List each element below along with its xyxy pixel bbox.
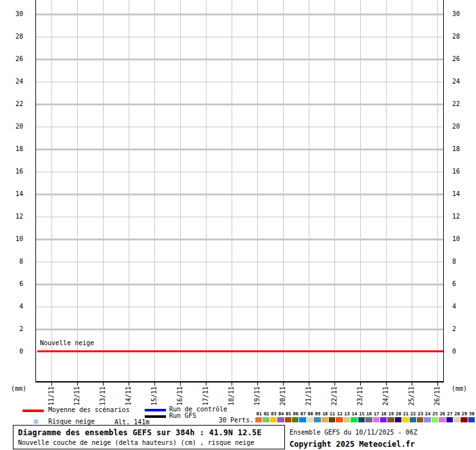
y-axis-label: 28 — [452, 32, 476, 40]
mean-line-label: Moyenne des scénarios — [48, 406, 129, 413]
member-number: 23 — [417, 411, 424, 417]
chart-title: Diagramme des ensembles GEFS sur 384h : … — [18, 428, 284, 438]
x-axis-label: 14/11 — [124, 384, 133, 408]
x-axis-label: 24/11 — [381, 384, 390, 408]
member-swatch — [417, 417, 423, 422]
member-number: 19 — [387, 411, 394, 417]
y-axis-label: 26 — [452, 55, 476, 63]
x-gridline — [360, 0, 361, 381]
y-gridline — [36, 239, 443, 240]
member-number: 21 — [402, 411, 409, 417]
member-number: 01 — [255, 411, 262, 417]
member-item: 15 — [358, 411, 365, 422]
x-gridline — [206, 0, 206, 381]
member-number: 06 — [292, 411, 299, 417]
member-item: 16 — [365, 411, 372, 422]
y-axis-label: 12 — [0, 212, 23, 221]
y-axis-label: 16 — [452, 167, 476, 176]
x-axis-label: 26/11 — [433, 384, 442, 408]
member-swatch — [424, 417, 430, 422]
member-swatch — [270, 417, 277, 422]
y-axis-label: 16 — [0, 167, 23, 176]
member-number: 17 — [373, 411, 380, 417]
x-axis-label: 16/11 — [176, 384, 185, 408]
gfs-run-swatch — [145, 415, 166, 418]
member-item: 20 — [395, 411, 402, 422]
member-number: 18 — [380, 411, 387, 417]
member-number: 03 — [270, 411, 277, 417]
x-gridline — [309, 0, 309, 381]
y-axis-label: 12 — [452, 212, 476, 221]
member-number: 12 — [336, 411, 343, 417]
y-axis-label: 6 — [452, 280, 476, 288]
member-number: 10 — [322, 411, 329, 417]
member-item: 29 — [461, 411, 468, 422]
member-item: 23 — [417, 411, 424, 422]
y-axis-label: 24 — [452, 77, 476, 86]
y-axis-label: 10 — [452, 235, 476, 243]
member-number: 14 — [351, 411, 358, 417]
y-axis-label: 14 — [0, 190, 23, 198]
y-axis-label: 26 — [0, 55, 23, 63]
member-swatch — [322, 417, 328, 422]
x-gridline — [129, 0, 129, 381]
member-swatch — [329, 417, 335, 422]
member-number: 30 — [468, 411, 475, 417]
y-axis-label: 0 — [0, 347, 23, 356]
mean-line-swatch — [23, 410, 44, 412]
member-swatch — [453, 417, 460, 422]
y-gridline — [36, 217, 443, 217]
member-number: 26 — [439, 411, 446, 417]
gfs-run-label: Run GFS — [169, 412, 196, 419]
y-axis-label: 8 — [0, 257, 23, 266]
y-axis-label: 4 — [452, 302, 476, 310]
x-gridline — [412, 0, 412, 381]
member-number: 25 — [432, 411, 439, 417]
y-axis-label: 2 — [452, 325, 476, 333]
member-item: 18 — [380, 411, 387, 422]
member-swatch — [380, 417, 387, 422]
member-item: 14 — [351, 411, 358, 422]
member-swatch — [461, 417, 467, 422]
member-item: 07 — [299, 411, 306, 422]
member-swatch — [285, 417, 291, 422]
y-axis-label: 6 — [0, 280, 23, 288]
x-axis-label: 19/11 — [253, 384, 262, 408]
x-axis-label: 11/11 — [47, 384, 56, 408]
chart-subtitle: Nouvelle couche de neige (delta hauteurs… — [18, 438, 284, 447]
x-axis-label: 23/11 — [356, 384, 365, 408]
member-swatch — [314, 417, 320, 422]
member-swatch — [432, 417, 438, 422]
member-number: 29 — [461, 411, 468, 417]
member-swatch — [395, 417, 401, 422]
member-item: 10 — [322, 411, 329, 422]
member-item: 01 — [255, 411, 262, 422]
y-axis-label: 20 — [0, 122, 23, 130]
member-number: 07 — [299, 411, 306, 417]
member-number: 05 — [285, 411, 292, 417]
y-axis-label: 18 — [452, 145, 476, 153]
member-swatch — [343, 417, 350, 422]
member-swatch — [262, 417, 269, 422]
member-swatch — [292, 417, 298, 422]
member-item: 27 — [446, 411, 453, 422]
member-item: 26 — [439, 411, 446, 422]
x-axis-label: 18/11 — [227, 384, 236, 408]
y-axis-unit-left: (mm) — [11, 385, 26, 392]
y-gridline — [36, 59, 443, 60]
y-gridline — [36, 194, 443, 195]
member-item: 28 — [453, 411, 461, 422]
member-number: 27 — [446, 411, 453, 417]
x-axis-label: 13/11 — [98, 384, 107, 408]
member-item: 13 — [343, 411, 351, 422]
member-swatch — [410, 417, 416, 422]
y-gridline — [36, 262, 443, 262]
member-number: 28 — [453, 411, 461, 417]
member-number: 09 — [314, 411, 321, 417]
member-item: 19 — [387, 411, 394, 422]
member-swatch — [351, 417, 357, 422]
y-axis-label: 4 — [0, 302, 23, 310]
y-gridline — [36, 82, 443, 82]
x-axis-label: 20/11 — [279, 384, 288, 408]
member-swatch — [255, 417, 262, 422]
